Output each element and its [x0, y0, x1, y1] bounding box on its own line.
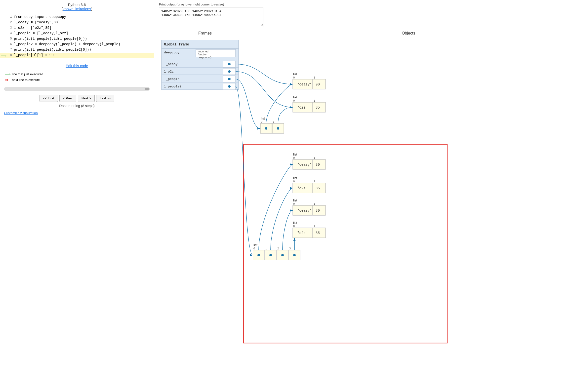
- svg-text:list: list: [253, 243, 257, 247]
- code-line-3: 3 l_o2z = ["o2z",85]: [0, 26, 154, 31]
- line-code-3: l_o2z = ["o2z",85]: [14, 26, 154, 30]
- svg-text:1: 1: [314, 202, 315, 205]
- viz-headers: Frames Objects: [159, 31, 566, 36]
- svg-text:"o2z": "o2z": [297, 231, 308, 235]
- right-panel: Print output (drag lower right corner to…: [154, 0, 571, 392]
- svg-text:Global frame: Global frame: [164, 42, 189, 46]
- code-line-4: 4 l_people = [l_oeasy,l_o2z]: [0, 31, 154, 37]
- svg-text:1: 1: [273, 120, 274, 123]
- svg-text:85: 85: [316, 231, 320, 235]
- svg-text:"oeasy": "oeasy": [297, 209, 312, 213]
- svg-text:"oeasy": "oeasy": [297, 163, 312, 167]
- svg-text:1: 1: [314, 180, 315, 183]
- code-line-8: ⟹ 8 l_people[0][1] = 90: [0, 53, 154, 58]
- svg-text:l_oeasy: l_oeasy: [164, 62, 178, 66]
- svg-text:list: list: [293, 153, 297, 156]
- svg-text:"oeasy": "oeasy": [297, 82, 312, 86]
- prev-button[interactable]: < Prev: [59, 95, 76, 102]
- svg-text:80: 80: [316, 163, 320, 167]
- line-code-6: l_people2 = deepcopy(l_people) + deepcop…: [14, 42, 154, 46]
- svg-text:list: list: [293, 72, 297, 76]
- svg-text:"o2z": "o2z": [297, 106, 308, 110]
- code-line-6: 6 l_people2 = deepcopy(l_people) + deepc…: [0, 42, 154, 47]
- line-indicator-8: ⟹: [0, 53, 7, 58]
- customize-link[interactable]: Customize visualization: [4, 111, 38, 115]
- legend-red: ➡ next line to execute: [5, 78, 149, 82]
- objects-header: Objects: [251, 31, 566, 36]
- svg-text:0: 0: [293, 76, 295, 79]
- scrollbar-thumb[interactable]: [145, 88, 149, 90]
- svg-point-41: [265, 127, 267, 130]
- known-limitations-link[interactable]: known limitations: [63, 7, 91, 11]
- svg-point-15: [228, 70, 231, 73]
- svg-text:80: 80: [316, 209, 320, 213]
- svg-text:0: 0: [293, 180, 295, 183]
- scrollbar-area: [0, 85, 154, 93]
- svg-point-86: [293, 254, 296, 256]
- svg-text:0: 0: [293, 99, 295, 102]
- line-num-6: 6: [7, 42, 14, 46]
- svg-text:list: list: [261, 117, 265, 120]
- svg-text:list: list: [293, 198, 297, 202]
- viz-container: Global frame deepcopy imported function …: [159, 38, 557, 360]
- legend-green-arrow: ⟹: [5, 72, 10, 77]
- svg-text:deepcopy: deepcopy: [164, 51, 180, 54]
- line-code-8: l_people[0][1] = 90: [14, 53, 154, 57]
- code-area: 1 from copy import deepcopy 2 l_oeasy = …: [0, 13, 154, 60]
- svg-text:0: 0: [293, 225, 295, 228]
- legend-green-text: line that just executed: [12, 72, 43, 76]
- svg-text:90: 90: [316, 82, 320, 86]
- legend-green: ⟹ line that just executed: [5, 72, 149, 77]
- code-line-7: 7 print(id(l_people2),id(l_people2[0])): [0, 47, 154, 53]
- svg-text:0: 0: [253, 247, 255, 250]
- output-label: Print output (drag lower right corner to…: [159, 2, 566, 6]
- scrollbar-track[interactable]: [4, 87, 150, 91]
- left-panel: Python 3.6 (known limitations) 1 from co…: [0, 0, 154, 392]
- svg-text:85: 85: [316, 186, 320, 190]
- svg-text:"o2z": "o2z": [297, 186, 308, 190]
- line-num-5: 5: [7, 37, 14, 40]
- svg-text:1: 1: [314, 225, 315, 228]
- line-code-7: print(id(l_people2),id(l_people2[0])): [14, 48, 154, 52]
- python-version-text: Python 3.6: [68, 2, 86, 7]
- svg-point-83: [281, 254, 284, 256]
- frames-header: Frames: [159, 31, 251, 36]
- next-button[interactable]: Next >: [78, 95, 95, 102]
- svg-point-80: [269, 254, 272, 256]
- svg-text:3: 3: [289, 247, 291, 250]
- line-code-4: l_people = [l_oeasy,l_o2z]: [14, 31, 154, 35]
- edit-code-link[interactable]: Edit this code: [66, 64, 88, 68]
- svg-text:85: 85: [316, 106, 320, 110]
- svg-rect-45: [244, 144, 447, 343]
- line-num-3: 3: [7, 26, 14, 30]
- svg-text:l_o2z: l_o2z: [164, 70, 174, 74]
- svg-text:0: 0: [293, 156, 295, 159]
- svg-text:l_people2: l_people2: [164, 85, 181, 88]
- svg-text:2: 2: [277, 247, 279, 250]
- svg-point-23: [228, 85, 231, 88]
- edit-link-area: Edit this code: [0, 60, 154, 70]
- svg-text:list: list: [293, 176, 297, 180]
- svg-point-11: [228, 63, 231, 65]
- legend: ⟹ line that just executed ➡ next line to…: [0, 70, 154, 85]
- line-num-8: 8: [7, 53, 14, 57]
- svg-text:1: 1: [314, 99, 315, 102]
- last-button[interactable]: Last >>: [96, 95, 114, 102]
- svg-point-44: [277, 127, 279, 130]
- svg-text:imported: imported: [198, 50, 208, 53]
- python-version-header: Python 3.6 (known limitations): [0, 2, 154, 11]
- svg-text:l_people: l_people: [164, 77, 179, 81]
- line-num-1: 1: [7, 15, 14, 19]
- line-code-5: print(id(l_people),id(l_people[0])): [14, 37, 154, 41]
- svg-text:function: function: [198, 53, 207, 56]
- first-button[interactable]: << First: [40, 95, 58, 102]
- code-line-5: 5 print(id(l_people),id(l_people[0])): [0, 37, 154, 42]
- output-box: 140521320208136 140521299218184 14052136…: [159, 7, 263, 27]
- svg-text:1: 1: [265, 247, 267, 250]
- svg-point-77: [257, 254, 260, 256]
- legend-red-arrow: ➡: [5, 78, 10, 82]
- output-line-1: 140521320208136 140521299218184: [161, 9, 261, 13]
- svg-text:1: 1: [314, 156, 315, 159]
- output-resize-handle[interactable]: ◢: [261, 23, 263, 26]
- nav-buttons: << First < Prev Next > Last >>: [0, 93, 154, 104]
